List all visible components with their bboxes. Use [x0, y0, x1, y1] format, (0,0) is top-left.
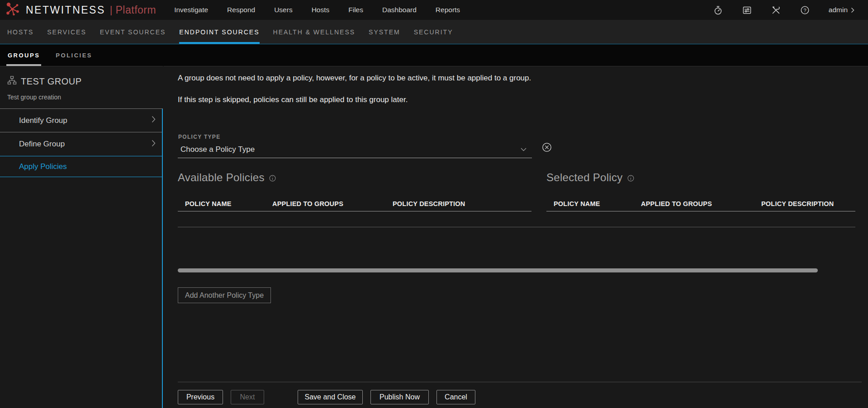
column-policy-name: POLICY NAME — [185, 200, 272, 207]
available-policies-title: Available Policies — [178, 171, 276, 184]
subtab-policies[interactable]: POLICIES — [56, 44, 92, 66]
policy-type-select[interactable]: Choose a Policy Type — [178, 142, 532, 158]
selected-policy-table: POLICY NAME APPLIED TO GROUPS POLICY DES… — [546, 197, 855, 211]
group-header: TEST GROUP Test group creation — [0, 66, 163, 109]
tab-event-sources[interactable]: EVENT SOURCES — [100, 20, 166, 44]
next-button[interactable]: Next — [231, 390, 264, 404]
svg-text:?: ? — [803, 7, 806, 13]
step-label: Apply Policies — [19, 162, 67, 171]
nav-item-respond[interactable]: Respond — [227, 6, 255, 14]
add-another-policy-type-button[interactable]: Add Another Policy Type — [178, 287, 271, 303]
group-icon — [7, 76, 17, 87]
info-icon[interactable] — [627, 172, 634, 184]
available-policies-title-text: Available Policies — [178, 171, 265, 184]
column-applied-to-groups: APPLIED TO GROUPS — [272, 200, 393, 207]
user-name: admin — [829, 6, 848, 14]
column-applied-to-groups: APPLIED TO GROUPS — [641, 200, 761, 207]
publish-now-button[interactable]: Publish Now — [370, 390, 429, 404]
endpoint-sources-subtabs: GROUPS POLICIES — [0, 44, 868, 66]
footer-divider — [178, 382, 862, 382]
tab-security[interactable]: SECURITY — [414, 20, 453, 44]
group-wizard-sidebar: TEST GROUP Test group creation Identify … — [0, 66, 163, 408]
column-policy-description: POLICY DESCRIPTION — [393, 200, 531, 207]
group-name: TEST GROUP — [21, 76, 82, 87]
tab-health-wellness[interactable]: HEALTH & WELLNESS — [273, 20, 356, 44]
chevron-down-icon — [521, 145, 526, 153]
step-label: Identify Group — [19, 116, 67, 125]
brand-separator: | — [110, 4, 113, 16]
help-icon[interactable]: ? — [800, 5, 810, 15]
brand-name: NETWITNESS — [26, 4, 105, 16]
event-feed-icon[interactable] — [742, 5, 752, 15]
save-and-close-button[interactable]: Save and Close — [298, 390, 363, 404]
selected-policy-title: Selected Policy — [546, 171, 634, 184]
nav-item-dashboard[interactable]: Dashboard — [382, 6, 417, 14]
previous-button[interactable]: Previous — [178, 390, 223, 404]
available-policies-table: POLICY NAME APPLIED TO GROUPS POLICY DES… — [178, 197, 531, 211]
netwitness-app: NETWITNESS | Platform Investigate Respon… — [0, 0, 868, 408]
user-menu[interactable]: admin — [829, 6, 854, 14]
wizard-step-define-group[interactable]: Define Group — [0, 132, 163, 156]
remove-policy-type-icon[interactable] — [542, 142, 552, 152]
wizard-footer: Previous Next Save and Close Publish Now… — [178, 390, 475, 404]
column-policy-description: POLICY DESCRIPTION — [761, 200, 855, 207]
tab-hosts[interactable]: HOSTS — [7, 20, 33, 44]
top-right-toolbar: ? admin — [713, 5, 868, 15]
tab-endpoint-sources[interactable]: ENDPOINT SOURCES — [179, 20, 259, 44]
top-navbar: NETWITNESS | Platform Investigate Respon… — [0, 0, 868, 20]
nav-item-hosts[interactable]: Hosts — [312, 6, 330, 14]
info-icon[interactable] — [269, 172, 276, 184]
policy-type-label: POLICY TYPE — [178, 134, 220, 140]
nav-item-files[interactable]: Files — [348, 6, 363, 14]
column-policy-name: POLICY NAME — [554, 200, 641, 207]
cancel-button[interactable]: Cancel — [436, 390, 475, 404]
brand[interactable]: NETWITNESS | Platform — [5, 1, 156, 19]
wizard-step-identify-group[interactable]: Identify Group — [0, 109, 163, 132]
timer-icon[interactable] — [713, 5, 723, 15]
nav-item-reports[interactable]: Reports — [436, 6, 460, 14]
tables-bottom-divider — [178, 227, 855, 227]
table-header-row: POLICY NAME APPLIED TO GROUPS POLICY DES… — [178, 197, 531, 211]
nav-item-users[interactable]: Users — [274, 6, 292, 14]
group-description: Test group creation — [7, 94, 156, 101]
horizontal-scrollbar[interactable] — [178, 268, 818, 272]
tab-system[interactable]: SYSTEM — [369, 20, 400, 44]
subtab-groups[interactable]: GROUPS — [8, 44, 40, 66]
chevron-right-icon — [851, 7, 854, 13]
chevron-right-icon — [152, 116, 156, 125]
policy-type-value: Choose a Policy Type — [180, 145, 255, 154]
sidebar-blue-border — [162, 109, 163, 408]
primary-nav: Investigate Respond Users Hosts Files Da… — [174, 6, 460, 14]
table-header-row: POLICY NAME APPLIED TO GROUPS POLICY DES… — [546, 197, 855, 211]
admin-tools-icon[interactable] — [771, 5, 781, 15]
chevron-right-icon — [152, 140, 156, 149]
brand-product: Platform — [116, 4, 157, 16]
admin-module-tabs: HOSTS SERVICES EVENT SOURCES ENDPOINT SO… — [0, 20, 868, 44]
intro-text-1: A group does not need to apply a policy,… — [178, 74, 531, 83]
nav-item-investigate[interactable]: Investigate — [174, 6, 208, 14]
netwitness-logo-icon — [5, 1, 20, 19]
step-label: Define Group — [19, 140, 65, 149]
tab-services[interactable]: SERVICES — [47, 20, 86, 44]
intro-text-2: If this step is skipped, policies can st… — [178, 95, 408, 104]
apply-policies-panel: A group does not need to apply a policy,… — [164, 66, 868, 408]
selected-policy-title-text: Selected Policy — [546, 171, 623, 184]
wizard-step-apply-policies[interactable]: Apply Policies — [0, 156, 163, 177]
